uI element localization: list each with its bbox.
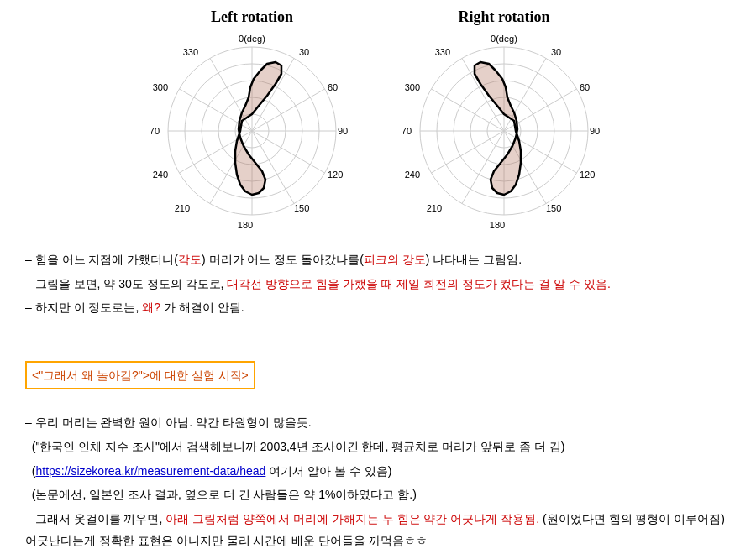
para5: – 그래서 옷걸이를 끼우면, 아래 그림처럼 양쪽에서 머리에 가해지는 두 … (25, 508, 731, 552)
svg-text:210: 210 (175, 203, 190, 213)
svg-text:240: 240 (153, 170, 168, 180)
orange-box-line: <"그래서 왜 놀아감?">에 대한 실험 시작> (25, 351, 731, 395)
left-polar-chart: 0(deg) 30 60 90 120 150 180 210 240 270 … (151, 30, 353, 232)
para4: (논문에선, 일본인 조사 결과, 옆으로 더 긴 사람들은 약 1%이하였다고… (25, 483, 731, 506)
svg-text:240: 240 (405, 170, 420, 180)
right-chart-title: Right rotation (458, 8, 549, 26)
left-polar-svg: 0(deg) 30 60 90 120 150 180 210 240 270 … (151, 30, 353, 232)
line1-pre: – 힘을 어느 지점에 가했더니( (25, 253, 178, 266)
svg-text:180: 180 (238, 220, 253, 230)
line1-post: ) 나타내는 그림임. (426, 253, 522, 266)
para2: ("한국인 인체 지수 조사"에서 검색해보니까 2003,4년 조사이긴 한데… (25, 436, 731, 458)
svg-text:330: 330 (183, 47, 198, 57)
line1-mid: ) 머리가 어느 정도 돌아갔나를( (202, 253, 364, 266)
line2-red: 대각선 방향으로 힘을 가했을 때 제일 회전의 정도가 컸다는 걸 알 수 있… (227, 277, 611, 290)
para1: – 우리 머리는 완벽한 원이 아님. 약간 타원형이 많을듯. (25, 411, 731, 434)
svg-text:30: 30 (551, 47, 561, 57)
svg-marker-47 (475, 62, 521, 195)
svg-text:120: 120 (580, 170, 595, 180)
line1-red2: 피크의 강도 (364, 253, 426, 266)
line2-pre: – 그림을 보면, 약 30도 정도의 각도로, (25, 277, 227, 290)
sizekorea-link[interactable]: https://sizekorea.kr/measurement-data/he… (35, 464, 265, 478)
svg-marker-17 (235, 62, 281, 195)
right-chart: Right rotation (403, 8, 605, 232)
svg-text:90: 90 (338, 126, 348, 136)
svg-text:60: 60 (328, 82, 338, 92)
svg-text:270: 270 (403, 126, 412, 136)
svg-line-9 (252, 131, 325, 173)
line1: – 힘을 어느 지점에 가했더니(각도) 머리가 어느 정도 돌아갔나를(피크의… (25, 248, 731, 271)
svg-text:150: 150 (294, 203, 309, 213)
svg-text:30: 30 (299, 47, 309, 57)
para5-red: 아래 그림처럼 양쪽에서 머리에 가해지는 두 힘은 약간 어긋나게 작용됨. (165, 512, 539, 525)
right-polar-svg: 0(deg) 30 60 90 120 150 180 210 240 270 … (403, 30, 605, 232)
experiment-label: <"그래서 왜 놀아감?">에 대한 실험 시작> (25, 361, 255, 390)
text-section: – 힘을 어느 지점에 가했더니(각도) 머리가 어느 정도 돌아갔나를(피크의… (17, 248, 739, 552)
right-polar-chart: 0(deg) 30 60 90 120 150 180 210 240 270 … (403, 30, 605, 232)
line2: – 그림을 보면, 약 30도 정도의 각도로, 대각선 방향으로 힘을 가했을… (25, 273, 731, 295)
svg-line-43 (431, 131, 504, 173)
svg-text:0(deg): 0(deg) (491, 34, 517, 44)
svg-text:90: 90 (590, 126, 600, 136)
svg-text:270: 270 (151, 126, 160, 136)
svg-text:180: 180 (490, 220, 505, 230)
left-chart: Left rotation (151, 8, 353, 232)
line3: – 하지만 이 정도로는, 왜? 가 해결이 안됨. (25, 296, 731, 319)
svg-text:0(deg): 0(deg) (239, 34, 265, 44)
line3-red: 왜? (142, 300, 160, 314)
svg-text:120: 120 (328, 170, 343, 180)
svg-line-36 (504, 58, 546, 131)
svg-text:210: 210 (427, 203, 442, 213)
svg-text:300: 300 (405, 82, 420, 92)
charts-section: Left rotation (17, 8, 739, 232)
line1-red: 각도 (178, 253, 202, 266)
svg-text:150: 150 (546, 203, 561, 213)
left-chart-title: Left rotation (211, 8, 293, 26)
svg-text:300: 300 (153, 82, 168, 92)
svg-text:60: 60 (580, 82, 590, 92)
para3: (https://sizekorea.kr/measurement-data/h… (25, 460, 731, 483)
svg-text:330: 330 (435, 47, 450, 57)
svg-line-16 (210, 58, 252, 131)
line3-pre: – 하지만 이 정도로는, (25, 300, 142, 314)
line3-post: 가 해결이 안됨. (160, 300, 244, 314)
